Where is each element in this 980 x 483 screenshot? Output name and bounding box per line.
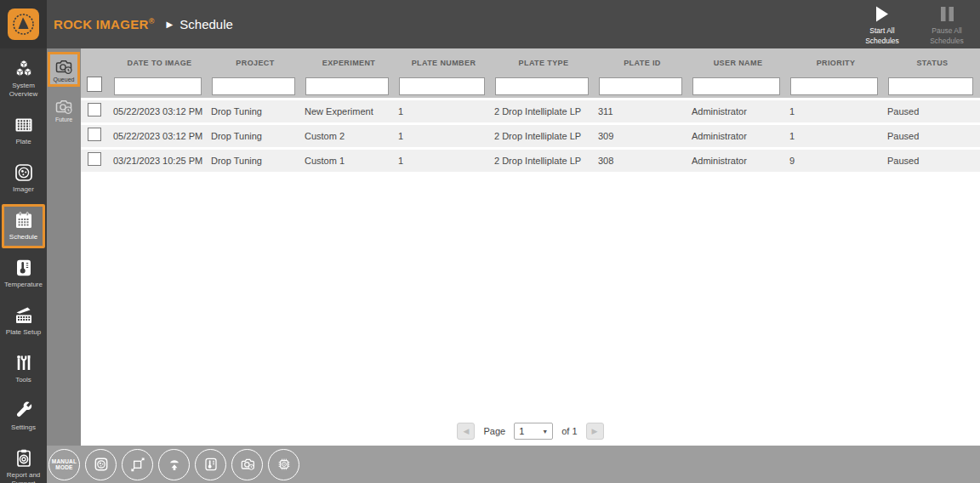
sidebar-item-system-overview[interactable]: System Overview: [2, 53, 45, 105]
filter-input-status[interactable]: [888, 77, 973, 95]
cell-date-to-image: 03/21/2023 10:25 PM: [111, 156, 208, 166]
cell-status: Paused: [885, 131, 980, 141]
queue-tab-bar: Queued Future: [47, 48, 81, 446]
manual-mode-button[interactable]: MANUAL MODE: [48, 449, 80, 480]
sidebar-item-label: Settings: [11, 423, 36, 432]
cell-user-name: Administrator: [689, 131, 787, 141]
cell-plate-type: 2 Drop Intelliplate LP: [492, 156, 595, 166]
sidebar-item-label: Schedule: [9, 233, 37, 242]
cell-project: Drop Tuning: [208, 131, 302, 141]
breadcrumb-arrow-icon: ▶: [167, 20, 174, 29]
header-actions: Start All Schedules Pause All Schedules: [856, 3, 980, 45]
cell-plate-type: 2 Drop Intelliplate LP: [492, 131, 595, 141]
sidebar-item-plate[interactable]: Plate: [2, 109, 45, 153]
cell-date-to-image: 05/22/2023 03:12 PM: [111, 106, 208, 116]
pause-icon: [941, 3, 954, 25]
sidebar-item-plate-setup[interactable]: Plate Setup: [2, 299, 45, 344]
move-stage-button[interactable]: [122, 449, 153, 480]
row-checkbox[interactable]: [88, 152, 101, 166]
tab-queued[interactable]: Queued: [48, 52, 80, 87]
start-all-schedules-button[interactable]: Start All Schedules: [856, 3, 909, 45]
system-chip-button[interactable]: [268, 449, 299, 480]
cell-user-name: Administrator: [689, 156, 787, 166]
column-header-project[interactable]: PROJECT: [208, 50, 302, 74]
move-stage-icon: [128, 454, 148, 474]
table-header: DATE TO IMAGE PROJECT EXPERIMENT PLATE N…: [81, 48, 980, 98]
report-support-clipboard-icon: [14, 448, 34, 469]
filter-input-user-name[interactable]: [692, 77, 780, 95]
logo-container[interactable]: [0, 0, 47, 48]
pause-all-schedules-label: Pause All Schedules: [920, 26, 973, 45]
chevron-down-icon: ▼: [542, 429, 548, 435]
pause-all-schedules-button[interactable]: Pause All Schedules: [920, 3, 973, 45]
sidebar-item-label: Tools: [15, 376, 31, 384]
filter-input-plate-number[interactable]: [399, 77, 485, 95]
page-label: Page: [483, 426, 505, 436]
sidebar-item-imager[interactable]: Imager: [2, 156, 45, 201]
load-eject-button[interactable]: [158, 449, 190, 480]
page-select-value: 1: [519, 426, 524, 436]
prev-page-button[interactable]: ◀: [457, 423, 475, 440]
main-sidebar: System Overview Plate Imager: [0, 0, 47, 483]
tab-queued-label: Queued: [54, 77, 75, 82]
cell-plate-type: 2 Drop Intelliplate LP: [492, 106, 595, 116]
filter-input-priority[interactable]: [790, 77, 878, 95]
pagination: ◀ Page 1 ▼ of 1 ▶: [81, 423, 980, 440]
manual-control-toolbar: MANUAL MODE: [47, 446, 980, 483]
table-row[interactable]: 05/22/2023 03:12 PM Drop Tuning Custom 2…: [81, 125, 980, 147]
filter-input-plate-type[interactable]: [495, 77, 589, 95]
plate-view-button[interactable]: [85, 449, 117, 480]
column-header-plate-id[interactable]: PLATE ID: [595, 50, 689, 74]
sidebar-item-label: Imager: [13, 185, 34, 194]
filter-input-plate-id[interactable]: [599, 77, 682, 95]
page-title: Schedule: [179, 17, 233, 31]
cell-plate-id: 311: [595, 106, 689, 116]
plate-setup-pen-icon: [14, 305, 34, 326]
camera-schedule-button[interactable]: [231, 449, 263, 480]
prev-page-icon: ◀: [464, 427, 470, 435]
sidebar-item-label: Temperature: [4, 281, 43, 289]
column-header-date-to-image[interactable]: DATE TO IMAGE: [111, 50, 208, 74]
tools-icon: [14, 353, 34, 373]
filter-input-experiment[interactable]: [305, 77, 389, 95]
app-header: ROCK IMAGER® ▶ Schedule Start All Schedu…: [47, 0, 980, 48]
queued-camera-icon: [54, 57, 73, 76]
column-header-plate-number[interactable]: PLATE NUMBER: [396, 50, 492, 74]
tab-future[interactable]: Future: [48, 92, 80, 127]
system-overview-cubes-icon: [14, 59, 34, 79]
sidebar-item-temperature[interactable]: Temperature: [2, 252, 45, 296]
temperature-thermometer-icon: [14, 258, 34, 278]
column-header-plate-type[interactable]: PLATE TYPE: [492, 50, 595, 74]
rock-imager-app: System Overview Plate Imager: [0, 0, 980, 483]
row-checkbox[interactable]: [88, 103, 101, 116]
temperature-control-button[interactable]: [195, 449, 226, 480]
row-checkbox[interactable]: [88, 128, 101, 141]
next-page-button[interactable]: ▶: [586, 423, 604, 440]
camera-schedule-icon: [237, 454, 258, 474]
sidebar-item-label: System Overview: [5, 82, 42, 99]
settings-wrench-icon: [14, 401, 34, 421]
registered-mark: ®: [149, 17, 155, 26]
sidebar-item-schedule[interactable]: Schedule: [2, 204, 45, 248]
load-eject-icon: [164, 454, 185, 474]
filter-input-project[interactable]: [212, 77, 295, 95]
column-header-status[interactable]: STATUS: [885, 50, 980, 74]
page-select[interactable]: 1 ▼: [514, 423, 553, 440]
table-row[interactable]: 05/22/2023 03:12 PM Drop Tuning New Expe…: [81, 100, 980, 122]
select-all-checkbox[interactable]: [87, 77, 102, 92]
cell-plate-number: 1: [396, 131, 492, 141]
filter-row: [81, 74, 980, 98]
filter-input-date-to-image[interactable]: [114, 77, 202, 95]
play-icon: [875, 3, 889, 25]
cell-date-to-image: 05/22/2023 03:12 PM: [111, 131, 208, 141]
column-header-user-name[interactable]: USER NAME: [689, 50, 787, 74]
table-row[interactable]: 03/21/2023 10:25 PM Drop Tuning Custom 1…: [81, 150, 980, 172]
rock-imager-logo-icon: [8, 9, 39, 40]
sidebar-item-tools[interactable]: Tools: [2, 347, 45, 391]
sidebar-item-report-and-support[interactable]: Report and Support: [2, 442, 45, 483]
cell-plate-id: 308: [595, 156, 689, 166]
page-count-label: of 1: [561, 426, 577, 436]
column-header-experiment[interactable]: EXPERIMENT: [302, 50, 396, 74]
column-header-priority[interactable]: PRIORITY: [787, 50, 885, 74]
sidebar-item-settings[interactable]: Settings: [2, 395, 45, 439]
